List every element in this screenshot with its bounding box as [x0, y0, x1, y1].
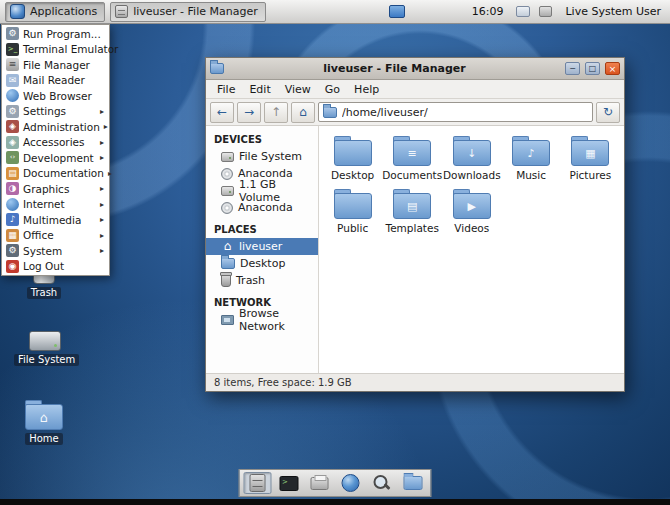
web-browser-icon — [6, 89, 19, 102]
dock-app-finder-button[interactable] — [368, 472, 396, 494]
sidebar-item-trash[interactable]: Trash — [206, 272, 318, 289]
up-button[interactable]: ↑ — [264, 102, 288, 123]
tray-display-icon[interactable] — [389, 5, 405, 18]
file-manager-icon — [115, 5, 128, 18]
places-header: PLACES — [206, 216, 318, 238]
dock-web-browser-button[interactable] — [337, 472, 365, 494]
clock[interactable]: 16:09 — [472, 5, 504, 18]
taskbar-window-button[interactable]: liveuser - File Manager — [110, 2, 265, 22]
menu-item-graphics[interactable]: ◑ Graphics ▸ — [3, 181, 108, 197]
file-label: Music — [516, 169, 546, 181]
home-button[interactable]: ⌂ — [291, 102, 315, 123]
dock-print-button[interactable] — [306, 472, 334, 494]
dock-terminal-button[interactable] — [275, 472, 303, 494]
folder-icon — [221, 258, 235, 269]
title-bar[interactable]: liveuser - File Manager − □ × — [206, 58, 624, 80]
menu-item-run-program[interactable]: ⚙ Run Program... — [3, 26, 108, 42]
menu-item-web-browser[interactable]: Web Browser — [3, 88, 108, 104]
toolbar: ← → ↑ ⌂ ↻ — [206, 99, 624, 126]
sidebar-item-desktop[interactable]: Desktop — [206, 255, 318, 272]
menu-item-terminal-emulator[interactable]: >_ Terminal Emulator — [3, 42, 108, 58]
menu-item-label: File Manager — [23, 59, 90, 71]
applications-menu-button[interactable]: Applications — [5, 2, 105, 22]
menu-view[interactable]: View — [278, 81, 318, 98]
sidebar-item-file-system[interactable]: File System — [206, 148, 318, 165]
tray-keyboard-icon[interactable] — [516, 6, 530, 17]
dock-file-manager-button[interactable] — [244, 472, 272, 494]
user-label: Live System User — [565, 5, 661, 18]
menu-item-administration[interactable]: ◈ Administration ▸ — [3, 119, 108, 135]
menu-item-label: Internet — [23, 198, 65, 210]
minimize-button[interactable]: − — [565, 62, 580, 75]
office-icon: ▦ — [6, 229, 19, 242]
back-button[interactable]: ← — [210, 102, 234, 123]
sidebar-item-label: Browse Network — [239, 307, 316, 333]
videos-emblem-icon: ▶ — [468, 200, 476, 213]
location-bar[interactable] — [318, 102, 593, 122]
files-view: Desktop ≡ Documents ↓ Downloads ♪ Music … — [319, 126, 624, 373]
side-pane: DEVICES File System Anaconda 1.1 GB Volu… — [206, 126, 319, 373]
menu-item-documentation[interactable]: ▤ Documentation ▸ — [3, 166, 108, 182]
mail-icon: ✉ — [6, 74, 19, 87]
file-manager-icon — [250, 474, 266, 492]
maximize-button[interactable]: □ — [585, 62, 600, 75]
file-public[interactable]: Public — [323, 189, 382, 234]
file-desktop[interactable]: Desktop — [323, 136, 382, 181]
documentation-icon: ▤ — [6, 167, 19, 180]
file-documents[interactable]: ≡ Documents — [382, 136, 442, 181]
menu-file[interactable]: File — [210, 81, 242, 98]
file-music[interactable]: ♪ Music — [501, 136, 560, 181]
menu-item-file-manager[interactable]: ≡ File Manager — [3, 57, 108, 73]
tray-disk-icon[interactable] — [539, 6, 552, 17]
sidebar-item-volume[interactable]: 1.1 GB Volume — [206, 182, 318, 199]
file-templates[interactable]: ▤ Templates — [382, 189, 442, 234]
menu-help[interactable]: Help — [347, 81, 386, 98]
menu-item-development[interactable]: ‹› Development ▸ — [3, 150, 108, 166]
menu-item-label: Settings — [23, 105, 66, 117]
graphics-icon: ◑ — [6, 182, 19, 195]
menu-item-log-out[interactable]: ◉ Log Out — [3, 259, 108, 275]
system-icon: ⚙ — [6, 244, 19, 257]
menu-item-internet[interactable]: Internet ▸ — [3, 197, 108, 213]
menu-item-label: Run Program... — [23, 28, 101, 40]
close-button[interactable]: × — [605, 62, 620, 75]
file-label: Templates — [386, 222, 439, 234]
folder-icon — [334, 136, 372, 166]
top-panel: Applications liveuser - File Manager 16:… — [0, 0, 670, 24]
menu-item-office[interactable]: ▦ Office ▸ — [3, 228, 108, 244]
folder-icon: ▦ — [571, 136, 609, 166]
submenu-arrow-icon: ▸ — [100, 138, 105, 147]
menu-edit[interactable]: Edit — [242, 81, 277, 98]
submenu-arrow-icon: ▸ — [100, 153, 105, 162]
sidebar-item-liveuser[interactable]: ⌂ liveuser — [206, 238, 318, 255]
reload-button[interactable]: ↻ — [596, 102, 620, 123]
file-videos[interactable]: ▶ Videos — [442, 189, 501, 234]
disc-icon — [221, 168, 233, 180]
menu-item-label: Multimedia — [23, 214, 81, 226]
menu-item-label: Log Out — [23, 260, 64, 272]
folder-icon: ≡ — [393, 136, 431, 166]
desktop-icon-file-system[interactable]: File System — [14, 328, 76, 366]
location-input[interactable] — [342, 106, 588, 119]
forward-button[interactable]: → — [237, 102, 261, 123]
terminal-icon — [279, 476, 298, 491]
sidebar-item-browse-network[interactable]: Browse Network — [206, 311, 318, 328]
templates-emblem-icon: ▤ — [407, 200, 417, 213]
menu-item-label: Documentation — [23, 167, 104, 179]
menu-item-accessories[interactable]: ◈ Accessories ▸ — [3, 135, 108, 151]
file-pictures[interactable]: ▦ Pictures — [561, 136, 620, 181]
menu-item-system[interactable]: ⚙ System ▸ — [3, 243, 108, 259]
menu-item-multimedia[interactable]: ♪ Multimedia ▸ — [3, 212, 108, 228]
home-icon: ⌂ — [40, 410, 48, 425]
menu-item-mail-reader[interactable]: ✉ Mail Reader — [3, 73, 108, 89]
home-folder-icon: ⌂ — [25, 400, 63, 430]
folder-icon: ♪ — [512, 136, 550, 166]
menu-item-settings[interactable]: ⚙ Settings ▸ — [3, 104, 108, 120]
home-icon: ⌂ — [221, 240, 234, 253]
file-downloads[interactable]: ↓ Downloads — [442, 136, 501, 181]
menu-go[interactable]: Go — [318, 81, 347, 98]
submenu-arrow-icon: ▸ — [100, 246, 105, 255]
status-bar: 8 items, Free space: 1.9 GB — [206, 373, 624, 391]
dock-folder-button[interactable] — [399, 472, 427, 494]
desktop-icon-home[interactable]: ⌂ Home — [16, 400, 72, 445]
